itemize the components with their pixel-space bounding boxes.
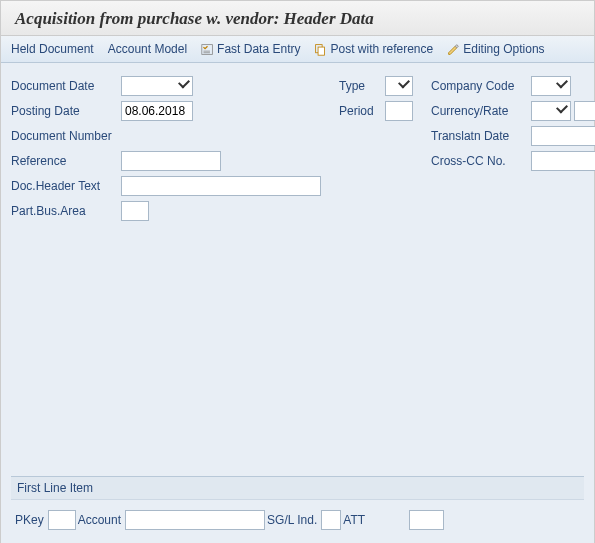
first-line-item-group: First Line Item PKey Account SG/L Ind. A… <box>11 476 584 540</box>
svg-rect-4 <box>319 47 326 55</box>
type-field[interactable] <box>385 76 413 96</box>
posting-date-field[interactable] <box>121 101 193 121</box>
fast-data-entry-label: Fast Data Entry <box>217 42 300 56</box>
fast-data-entry-button[interactable]: Fast Data Entry <box>201 42 300 56</box>
document-date-label: Document Date <box>11 79 121 93</box>
part-bus-area-label: Part.Bus.Area <box>11 204 121 218</box>
document-date-field[interactable] <box>121 76 193 96</box>
pkey-label: PKey <box>15 513 48 527</box>
pkey-field[interactable] <box>48 510 76 530</box>
post-with-reference-label: Post with reference <box>330 42 433 56</box>
company-code-field[interactable] <box>531 76 571 96</box>
part-bus-area-field[interactable] <box>121 201 149 221</box>
account-model-button[interactable]: Account Model <box>108 42 187 56</box>
account-label: Account <box>76 513 125 527</box>
reference-label: Reference <box>11 154 121 168</box>
att-field[interactable] <box>409 510 444 530</box>
cross-cc-no-field[interactable] <box>531 151 595 171</box>
column-right: Company Code Currency/Rate Translatn Dat… <box>431 75 595 225</box>
period-field[interactable] <box>385 101 413 121</box>
att-label: ATT <box>341 513 369 527</box>
pencil-icon <box>447 43 460 56</box>
account-field[interactable] <box>125 510 265 530</box>
checklist-icon <box>201 43 214 56</box>
post-with-reference-button[interactable]: Post with reference <box>314 42 433 56</box>
reference-field[interactable] <box>121 151 221 171</box>
doc-header-text-field[interactable] <box>121 176 321 196</box>
sgl-ind-field[interactable] <box>321 510 341 530</box>
editing-options-button[interactable]: Editing Options <box>447 42 544 56</box>
translatn-date-label: Translatn Date <box>431 129 531 143</box>
company-code-label: Company Code <box>431 79 531 93</box>
first-line-item-title: First Line Item <box>11 477 584 500</box>
sap-window: Acquisition from purchase w. vendor: Hea… <box>0 0 595 543</box>
form-area: Document Date Posting Date Document Numb… <box>11 75 584 225</box>
column-left: Document Date Posting Date Document Numb… <box>11 75 321 225</box>
line-item-row: PKey Account SG/L Ind. ATT <box>11 510 584 540</box>
currency-rate-field-2[interactable] <box>574 101 595 121</box>
toolbar: Held Document Account Model Fast Data En… <box>1 36 594 63</box>
type-label: Type <box>339 79 385 93</box>
currency-rate-field[interactable] <box>531 101 571 121</box>
sgl-ind-label: SG/L Ind. <box>265 513 321 527</box>
doc-header-text-label: Doc.Header Text <box>11 179 121 193</box>
content-area: Document Date Posting Date Document Numb… <box>1 63 594 543</box>
period-label: Period <box>339 104 385 118</box>
column-middle: Type Period <box>339 75 413 225</box>
page-title: Acquisition from purchase w. vendor: Hea… <box>15 9 580 29</box>
currency-rate-label: Currency/Rate <box>431 104 531 118</box>
posting-date-label: Posting Date <box>11 104 121 118</box>
cross-cc-no-label: Cross-CC No. <box>431 154 531 168</box>
held-document-button[interactable]: Held Document <box>11 42 94 56</box>
copy-icon <box>314 43 327 56</box>
title-bar: Acquisition from purchase w. vendor: Hea… <box>1 1 594 36</box>
translatn-date-field[interactable] <box>531 126 595 146</box>
editing-options-label: Editing Options <box>463 42 544 56</box>
document-number-label: Document Number <box>11 129 121 143</box>
